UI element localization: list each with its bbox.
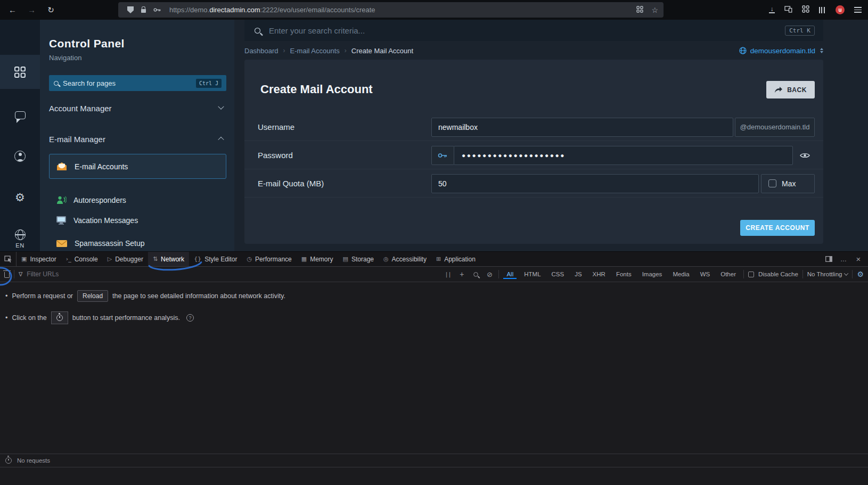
sidebar-search[interactable]: Ctrl J [49,75,226,91]
rail-dashboard-button[interactable] [0,55,40,89]
back-page-button[interactable]: BACK [766,81,815,98]
containers-icon[interactable] [636,5,643,15]
show-password-button[interactable] [798,146,811,165]
quota-row: E-mail Quota (MB) Max [244,169,823,198]
stopwatch-icon[interactable] [5,457,12,464]
devtools-tab-memory[interactable]: ▦Memory [297,252,338,266]
search-icon [54,81,59,86]
rail-language-button[interactable]: EN [0,218,40,251]
password-field-wrap: ●●●●●●●●●●●●●●●●●●●● [454,146,793,165]
filter-html[interactable]: HTML [521,269,544,279]
browser-toolbar: ← → ↻ https://demo.directadmin.com:2222/… [0,0,868,20]
devtools-tab-network[interactable]: ⇅Network [148,252,189,266]
clear-requests-icon[interactable] [4,272,10,278]
filter-css[interactable]: CSS [548,269,568,279]
shield-icon[interactable] [127,6,134,13]
sidebar-search-input[interactable] [63,79,192,87]
username-domain-suffix: @demouserdomain.tld [735,118,815,137]
bookmark-star-icon[interactable]: ☆ [651,6,658,14]
page-title: Create Mail Account [260,83,373,96]
devtools-tab-performance[interactable]: ◷Performance [242,252,296,266]
library-icon[interactable] [819,7,826,13]
block-icon[interactable]: ⊘ [485,270,494,278]
reload-button[interactable]: ↻ [44,3,58,17]
empty-state-line-1: Perform a request or Reload the page to … [5,290,863,302]
filter-media[interactable]: Media [669,269,692,279]
extensions-icon[interactable] [802,5,809,15]
devtools-tab-debugger[interactable]: ▷Debugger [103,252,148,266]
create-account-button[interactable]: CREATE ACCOUNT [740,220,815,236]
more-options-icon[interactable]: … [837,253,850,266]
send-to-device-icon[interactable] [784,5,792,15]
tab-label: Inspector [30,256,56,263]
devtools-panel: ▣Inspector ›_Console ▷Debugger ⇅Network … [0,251,868,485]
max-checkbox[interactable] [768,179,776,187]
breadcrumb-dashboard[interactable]: Dashboard [244,47,279,55]
global-search-bar[interactable]: Ctrl K [244,20,823,41]
status-text: No requests [17,457,50,464]
filter-fonts[interactable]: Fonts [613,269,635,279]
network-settings-gear-icon[interactable]: ⚙ [857,270,864,278]
tab-label: Performance [255,256,292,263]
downloads-button[interactable]: ↓ [769,6,775,13]
search-icon[interactable] [471,272,480,277]
devtools-tab-application[interactable]: ⊞Application [431,252,480,266]
sidebar-section-email-manager[interactable]: E-mail Manager [49,130,226,148]
reload-button[interactable]: Reload [77,290,108,302]
disable-cache-checkbox[interactable] [748,272,754,277]
performance-analysis-button[interactable] [51,311,68,324]
forward-button[interactable]: → [24,3,39,17]
filter-xhr[interactable]: XHR [589,269,609,279]
help-icon[interactable]: ? [186,314,194,322]
filter-all[interactable]: All [503,269,517,279]
breadcrumb-separator: › [345,47,347,54]
back-button[interactable]: ← [5,3,20,17]
separator [743,270,744,278]
quota-max-option[interactable]: Max [761,174,815,193]
devtools-tab-accessibility[interactable]: ◎Accessibility [379,252,431,266]
pause-icon[interactable]: || [443,272,453,277]
filter-js[interactable]: JS [571,269,585,279]
sidebar-item-vacation-messages[interactable]: Vacation Messages [49,210,226,231]
lock-icon[interactable] [141,7,146,13]
throttling-dropdown[interactable]: No Throttling [807,271,848,277]
devtools-tab-style-editor[interactable]: {}Style Editor [189,252,242,266]
close-icon[interactable]: × [851,253,865,266]
generate-password-button[interactable] [431,146,454,165]
ublock-badge-icon[interactable]: u [836,5,845,14]
sidebar-item-autoresponders[interactable]: Autoresponders [49,190,226,210]
tab-label: Network [161,256,184,263]
devtools-tab-inspector[interactable]: ▣Inspector [17,252,61,266]
tab-label: Storage [351,256,374,263]
filter-images[interactable]: Images [639,269,666,279]
sidebar-item-email-accounts[interactable]: E-mail Accounts [49,154,226,179]
key-icon[interactable] [153,7,161,13]
domain-selector[interactable]: demouserdomain.tld [739,47,823,55]
global-search-input[interactable] [269,26,778,35]
sidebar-section-account-manager[interactable]: Account Manager [49,99,226,117]
sidebar-item-spamassassin-setup[interactable]: Spamassassin Setup [49,233,226,251]
har-plus-icon[interactable]: + [457,270,466,278]
devtools-tab-console[interactable]: ›_Console [61,252,103,266]
empty-state-line-2: Click on the button to start performance… [5,311,863,324]
disable-cache-label: Disable Cache [758,271,798,277]
filter-other[interactable]: Other [717,269,739,279]
menu-button[interactable] [854,7,862,13]
separator [498,270,499,278]
username-input[interactable] [432,118,733,136]
pick-element-button[interactable] [0,252,17,266]
rail-settings-button[interactable]: ⚙ [0,180,40,214]
breadcrumb-email-accounts[interactable]: E-mail Accounts [290,47,340,55]
devtools-tab-storage[interactable]: ▤Storage [338,252,379,266]
url-bar[interactable]: https://demo.directadmin.com:2222/evo/us… [118,2,664,18]
filter-ws[interactable]: WS [697,269,714,279]
rail-messages-button[interactable] [0,98,40,132]
dock-icon[interactable] [822,253,836,266]
quota-label: E-mail Quota (MB) [258,169,324,197]
quota-input[interactable] [432,175,758,193]
password-row: Password ●●●●●●●●●●●●●●●●●●●● [244,141,823,169]
password-input[interactable]: ●●●●●●●●●●●●●●●●●●●● [454,152,573,159]
filter-urls-input[interactable] [27,270,144,278]
rail-account-button[interactable] [0,139,40,173]
chevron-up-icon [218,137,224,143]
